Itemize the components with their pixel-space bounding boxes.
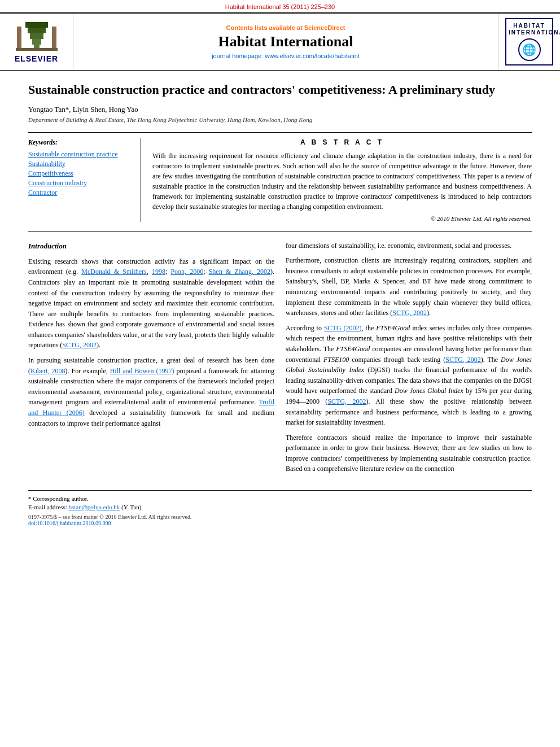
article-content: Sustainable construction practice and co… [0,71,560,538]
body-col-right: four dimensions of sustainability, i.e. … [286,241,532,479]
divider-top [28,132,532,133]
citation-text: Habitat International 35 (2011) 225–230 [225,3,335,10]
intro-para-2: In pursuing sustainable construction pra… [28,355,274,429]
svg-rect-7 [16,48,58,51]
right-para-4: Therefore contractors should realize the… [286,433,532,474]
ref-sctg2002e[interactable]: SCTG, 2002 [327,397,366,405]
ref-sctg2002d[interactable]: SCTG, 2002 [445,356,481,364]
introduction-title: Introduction [28,241,274,252]
keyword-2[interactable]: Sustainability [28,160,132,168]
body-section: Introduction Existing research shows tha… [28,241,532,479]
doi-line[interactable]: doi:10.1016/j.habitatint.2010.09.008 [28,520,532,526]
journal-homepage: journal homepage: www.elsevier.com/locat… [212,53,360,59]
body-col-left: Introduction Existing research shows tha… [28,241,274,479]
ref-kibert[interactable]: Kibert, 2008 [30,367,65,375]
intro-para-1: Existing research shows that constructio… [28,256,274,351]
abstract-section: Keywords: Sustainable construction pract… [28,138,532,222]
journal-title: Habitat International [218,33,353,50]
ref-1998[interactable]: 1998 [152,268,165,276]
abstract-text: With the increasing requirement for reso… [152,151,532,212]
svg-rect-4 [25,22,48,28]
habitat-logo: HABITATINTERNATIONAL 🌐 [498,14,560,70]
keyword-4[interactable]: Construction industry [28,179,132,187]
ref-mcdonald[interactable]: McDonald & Smithers [81,268,147,276]
authors: Yongtao Tan*, Liyin Shen, Hong Yao [28,105,532,114]
divider-bottom [28,231,532,231]
ref-sctg2002c[interactable]: SCTG (2002) [324,324,362,332]
right-para-1: four dimensions of sustainability, i.e. … [286,241,532,251]
keywords-column: Keywords: Sustainable construction pract… [28,138,141,222]
email-note: E-mail address: bstan@polyu.edu.hk (Y. T… [28,504,532,510]
right-para-3: According to SCTG (2002), the FTSE4Good … [286,323,532,428]
page: Habitat International 35 (2011) 225–230 [0,0,560,747]
elsevier-label: ELSEVIER [15,54,58,63]
keyword-3[interactable]: Competitiveness [28,169,132,178]
keywords-title: Keywords: [28,138,132,147]
copyright: © 2010 Elsevier Ltd. All rights reserved… [152,215,532,222]
email-label: E-mail address: [28,504,67,510]
footnote-section: * Corresponding author. E-mail address: … [28,490,532,526]
elsevier-tree-graphic [14,21,59,52]
homepage-url[interactable]: www.elsevier.com/locate/habitatint [265,53,360,59]
corresponding-note: * Corresponding author. [28,495,532,502]
ref-hill-bowen[interactable]: Hill and Bowen (1997) [110,367,174,375]
ref-trufil[interactable]: Trufil and Hunter (2006) [28,398,274,417]
email-address[interactable]: bstan@polyu.edu.hk [68,504,120,510]
sciencedirect-line: Contents lists available at ScienceDirec… [226,24,345,31]
journal-header: ELSEVIER Contents lists available at Sci… [0,12,560,71]
ref-shen[interactable]: Shen & Zhang, 2002 [209,268,270,276]
article-title: Sustainable construction practice and co… [28,82,532,98]
keyword-5[interactable]: Contractor [28,189,132,197]
habitat-box: HABITATINTERNATIONAL 🌐 [505,18,553,65]
ref-sctg2002b[interactable]: SCTG, 2002 [392,309,427,317]
sciencedirect-prefix: Contents lists available at [226,24,304,31]
abstract-column: A B S T R A C T With the increasing requ… [152,138,532,222]
habitat-label: HABITATINTERNATIONAL [509,23,550,36]
homepage-prefix: journal homepage: [212,53,265,59]
abstract-label: A B S T R A C T [152,138,532,146]
svg-rect-6 [52,27,56,50]
citation-bar: Habitat International 35 (2011) 225–230 [0,0,560,12]
keyword-1[interactable]: Sustainable construction practice [28,150,132,159]
ref-poon[interactable]: Poon, 2000 [170,268,203,276]
ref-sctg2002a[interactable]: SCTG, 2002 [62,341,97,349]
issn-line: 0197-3975/$ – see front matter © 2010 El… [28,514,532,520]
svg-rect-5 [17,27,21,50]
email-suffix: (Y. Tan). [121,504,143,510]
right-para-2: Furthermore, construction clients are in… [286,255,532,318]
doi-section: 0197-3975/$ – see front matter © 2010 El… [28,514,532,526]
journal-center: Contents lists available at ScienceDirec… [73,14,498,70]
elsevier-logo: ELSEVIER [0,14,73,70]
sciencedirect-brand[interactable]: ScienceDirect [304,24,345,31]
affiliation: Department of Building & Real Estate, Th… [28,116,532,123]
habitat-globe-icon: 🌐 [518,38,541,61]
